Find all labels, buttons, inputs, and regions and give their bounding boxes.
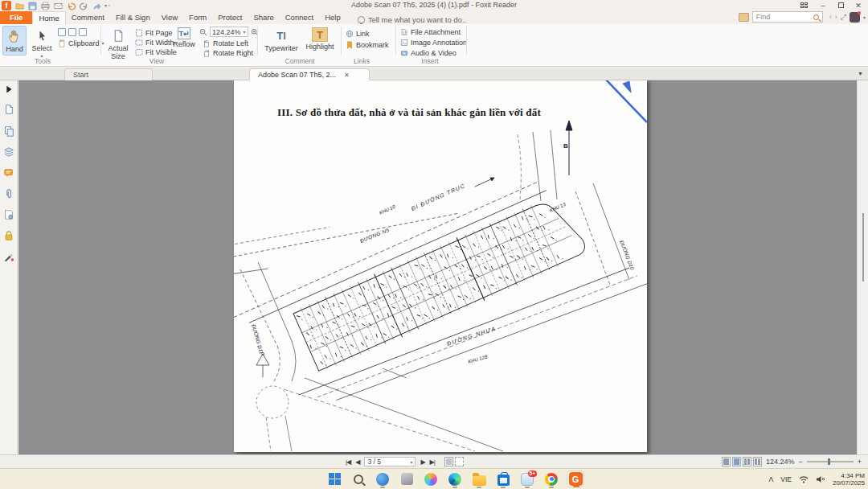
taskbar-copilot[interactable] [422, 471, 440, 487]
main-area: III. Sơ đồ thửa đất, nhà ở và tài sản kh… [0, 80, 868, 454]
actual-size-button[interactable]: ActualSize [104, 26, 132, 62]
messaging-app-icon: 5+ [521, 473, 534, 486]
clock[interactable]: 4:34 PM 20/07/2025 [833, 472, 865, 487]
fit-visible-button[interactable]: Fit Visible [135, 47, 177, 56]
page-number-combobox[interactable]: 3 / 5 ▾ [364, 457, 416, 466]
taskbar-file-explorer[interactable] [470, 471, 488, 487]
taskbar-browser-app[interactable] [374, 471, 391, 487]
scrollbar-thumb[interactable] [862, 213, 864, 281]
taskbar-search-button[interactable] [350, 471, 367, 487]
taskbar-foxit-reader[interactable]: G [567, 471, 584, 487]
volume-muted-icon[interactable] [816, 475, 825, 483]
taskbar-messaging-app[interactable]: 5+ [518, 471, 536, 487]
account-avatar[interactable] [850, 12, 860, 23]
find-input[interactable] [752, 11, 823, 23]
zoom-in-button[interactable]: + [858, 458, 862, 466]
rotate-right-button[interactable]: Rotate Right [203, 48, 253, 57]
last-page-icon[interactable]: ▶| [430, 458, 435, 466]
certificate-panel-icon[interactable] [2, 208, 15, 221]
select-annotation-icon[interactable] [79, 28, 87, 36]
select-tool-button[interactable]: Select ▾ [29, 26, 55, 60]
tab-view[interactable]: View [156, 11, 183, 24]
zoom-slider[interactable] [807, 461, 854, 462]
rotate-left-button[interactable]: Rotate Left [203, 39, 248, 47]
tab-active-document[interactable]: Adobe Scan 07 Th5, 2... ✕ [249, 68, 370, 80]
tab-list-caret[interactable]: ▼ [858, 71, 863, 76]
fullscreen-icon[interactable]: ⤢ [841, 13, 846, 22]
image-annotation-button[interactable]: Image Annotation [400, 38, 467, 47]
signature-panel-icon[interactable] [2, 250, 15, 263]
cadastral-map: B [234, 80, 647, 452]
security-panel-icon[interactable] [2, 229, 15, 242]
collapse-arrow-icon[interactable] [2, 83, 15, 96]
tab-fill-sign[interactable]: Fill & Sign [110, 11, 156, 24]
attachments-panel-icon[interactable] [2, 187, 15, 200]
tab-comment[interactable]: Comment [66, 11, 110, 24]
vertical-scrollbar[interactable] [857, 80, 868, 454]
close-tab-icon[interactable]: ✕ [344, 72, 350, 79]
tab-file[interactable]: File [0, 11, 32, 24]
zoom-out-button[interactable]: − [798, 458, 802, 466]
file-attachment-button[interactable]: File Attachment [400, 27, 461, 36]
start-button[interactable] [326, 471, 343, 487]
previous-page-icon[interactable]: ◀ [355, 458, 359, 466]
tab-share[interactable]: Share [248, 11, 279, 24]
account-menu-caret[interactable]: ▾ [863, 14, 866, 20]
continuous-facing-view-icon[interactable] [753, 457, 762, 466]
clipboard-button[interactable]: Clipboard ▾ [58, 39, 104, 47]
link-button[interactable]: Link [346, 29, 370, 38]
pages-panel-icon[interactable] [2, 125, 15, 138]
zoom-slider-thumb[interactable] [828, 458, 830, 465]
select-text-icon[interactable] [68, 28, 76, 36]
minimize-button[interactable]: – [818, 2, 828, 10]
tab-home[interactable]: Home [32, 11, 65, 24]
tab-connect[interactable]: Connect [280, 11, 319, 24]
next-page-icon[interactable]: ▶ [420, 458, 424, 466]
fit-width-button[interactable]: Fit Width [135, 38, 174, 47]
find-previous-icon[interactable]: ‹ [829, 13, 832, 21]
restore-button[interactable] [836, 2, 845, 10]
tab-start[interactable]: Start [64, 68, 153, 80]
wifi-icon[interactable] [799, 475, 809, 483]
first-page-icon[interactable]: |◀ [346, 458, 350, 466]
zoom-out-icon[interactable] [199, 28, 207, 36]
find-folder-icon[interactable] [739, 13, 749, 22]
snapshot-icon[interactable] [58, 28, 66, 36]
typewriter-button[interactable]: TI Typewriter [262, 26, 301, 54]
tab-form[interactable]: Form [183, 11, 212, 24]
hand-tool-button[interactable]: Hand [2, 26, 27, 55]
rotate-left-icon [203, 39, 211, 47]
audio-video-button[interactable]: Audio & Video [400, 48, 457, 57]
page-navigation: |◀ ◀ 3 / 5 ▾ ▶ ▶| [346, 457, 464, 466]
tray-expand-chevron[interactable]: ᐱ [768, 475, 773, 483]
taskbar-chrome[interactable] [542, 471, 560, 487]
fit-page-button[interactable]: Fit Page [135, 28, 173, 37]
blue-browser-icon [376, 473, 389, 486]
reflow-button[interactable]: T↵ Reflow [172, 26, 196, 50]
tab-protect[interactable]: Protect [212, 11, 248, 24]
ui-layout-icon[interactable] [800, 2, 810, 8]
taskbar-microsoft-store[interactable] [494, 471, 512, 487]
zoom-combobox[interactable]: 124.24% ▾ [210, 27, 248, 37]
layers-panel-icon[interactable] [2, 146, 15, 158]
single-page-view-icon[interactable] [722, 457, 731, 466]
bookmarks-panel-icon[interactable] [2, 103, 15, 116]
facing-view-icon[interactable] [743, 457, 751, 466]
comments-panel-icon[interactable] [2, 166, 15, 179]
previous-view-icon[interactable] [444, 457, 453, 466]
close-button[interactable]: ✕ [854, 2, 863, 10]
tab-help[interactable]: Help [319, 11, 346, 24]
taskbar-gray-app[interactable] [398, 471, 416, 487]
search-icon[interactable] [813, 14, 819, 20]
highlight-button[interactable]: T Highlight [304, 26, 336, 52]
bookmark-button[interactable]: Bookmark [346, 40, 389, 49]
insert-group-label: Insert [402, 57, 458, 65]
document-canvas[interactable]: III. Sơ đồ thửa đất, nhà ở và tài sản kh… [18, 80, 857, 454]
next-view-icon[interactable] [455, 457, 464, 466]
tell-me-box[interactable]: Tell me what you want to do.. [358, 15, 467, 24]
continuous-view-icon[interactable] [732, 457, 741, 466]
language-indicator[interactable]: VIE [780, 475, 792, 483]
taskbar-edge[interactable] [446, 471, 464, 487]
find-next-icon[interactable]: › [835, 13, 837, 21]
gray-app-icon [401, 473, 413, 485]
